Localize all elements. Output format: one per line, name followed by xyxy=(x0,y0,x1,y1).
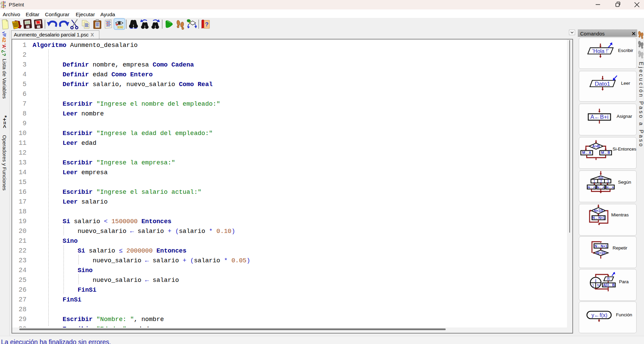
svg-text:N←A: N←A xyxy=(597,185,604,189)
svg-text:'Hola !': 'Hola !' xyxy=(592,48,609,54)
svg-text:M←A: M←A xyxy=(582,151,591,155)
svg-text:B: B xyxy=(607,277,610,281)
svg-text:N←A: N←A xyxy=(588,185,595,189)
svg-text:j: j xyxy=(595,278,596,282)
svg-text:?: ? xyxy=(205,21,208,28)
svg-text:N: N xyxy=(597,283,600,287)
svg-text:1: 1 xyxy=(593,179,595,183)
svg-text:A>B: A>B xyxy=(592,144,600,148)
svg-text:A[i]←B: A[i]←B xyxy=(603,283,615,287)
svg-text:2: 2 xyxy=(600,179,602,183)
svg-text:3: 3 xyxy=(607,179,609,183)
svg-text:N=10: N=10 xyxy=(596,251,605,255)
svg-text:A←B+i: A←B+i xyxy=(590,114,608,120)
svg-text:N←N+1: N←N+1 xyxy=(595,244,608,248)
svg-text:N←A: N←A xyxy=(606,185,614,189)
svg-text:N<10: N<10 xyxy=(594,209,603,213)
svg-text:M←B: M←B xyxy=(601,151,610,155)
svg-text:y←f(x): y←f(x) xyxy=(591,312,607,318)
svg-text:Dato1: Dato1 xyxy=(595,81,610,87)
svg-text:N←N+1: N←N+1 xyxy=(592,216,605,220)
svg-text:1: 1 xyxy=(592,283,594,287)
